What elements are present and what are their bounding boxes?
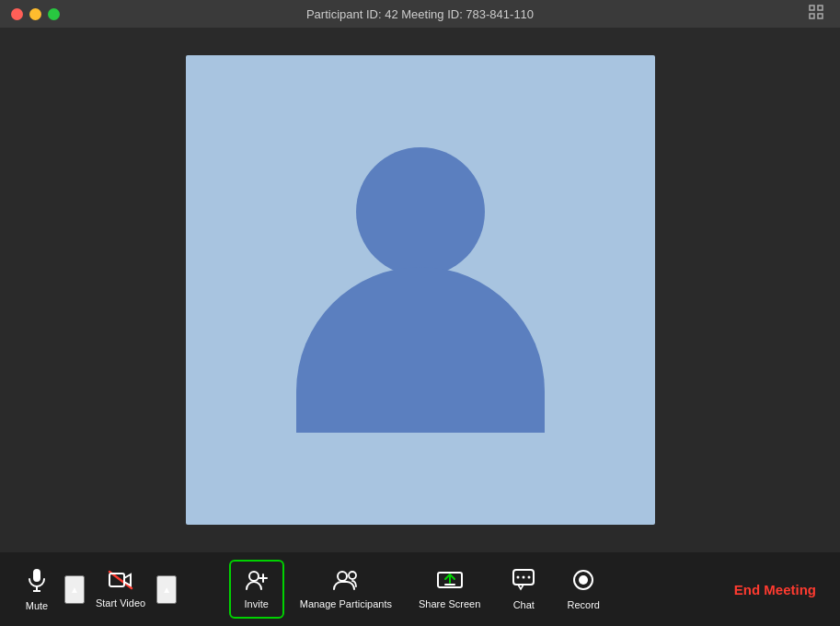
svg-rect-1 <box>818 6 823 10</box>
caret-up-icon: ▲ <box>70 585 79 595</box>
manage-participants-button[interactable]: Manage Participants <box>289 562 403 617</box>
chat-icon <box>512 568 535 596</box>
main-content <box>0 28 840 552</box>
chat-button[interactable]: Chat <box>496 561 551 618</box>
caret-up-icon-video: ▲ <box>162 585 171 595</box>
share-screen-icon <box>436 569 464 595</box>
svg-rect-3 <box>818 14 823 18</box>
svg-point-18 <box>517 576 520 579</box>
svg-point-13 <box>349 572 356 579</box>
video-group: Start Video ▲ <box>85 562 177 616</box>
manage-participants-label: Manage Participants <box>300 598 392 609</box>
mute-group: Mute ▲ <box>9 560 85 619</box>
maximize-button[interactable] <box>48 8 60 20</box>
start-video-label: Start Video <box>96 597 145 609</box>
mute-caret-button[interactable]: ▲ <box>64 575 85 604</box>
toolbar-right: End Meeting <box>626 574 831 605</box>
start-video-button[interactable]: Start Video <box>85 562 156 616</box>
svg-point-12 <box>338 572 347 581</box>
mute-button[interactable]: Mute <box>9 560 64 619</box>
toolbar-left: Mute ▲ Start Video ▲ <box>9 560 214 619</box>
avatar-body <box>296 267 545 433</box>
svg-rect-4 <box>33 569 40 582</box>
fullscreen-icon <box>808 4 824 24</box>
record-button[interactable]: Record <box>556 561 611 618</box>
share-screen-label: Share Screen <box>419 598 480 609</box>
participants-icon <box>332 569 360 595</box>
invite-label: Invite <box>245 598 269 609</box>
end-meeting-button[interactable]: End Meeting <box>719 574 831 605</box>
chat-label: Chat <box>513 599 535 610</box>
minimize-button[interactable] <box>29 8 41 20</box>
svg-point-20 <box>528 576 531 579</box>
toolbar-center: Invite Manage Participants <box>214 560 626 619</box>
meeting-title: Participant ID: 42 Meeting ID: 783-841-1… <box>306 7 534 21</box>
mute-label: Mute <box>26 600 48 611</box>
participant-video <box>186 55 655 525</box>
svg-point-22 <box>579 575 588 585</box>
svg-point-9 <box>249 572 259 581</box>
svg-rect-2 <box>810 14 814 18</box>
avatar-silhouette <box>296 147 545 433</box>
toolbar: Mute ▲ Start Video ▲ <box>0 552 840 626</box>
avatar-head <box>356 147 485 276</box>
svg-rect-0 <box>810 6 814 10</box>
window-controls <box>11 8 60 20</box>
invite-button[interactable]: Invite <box>229 560 284 619</box>
title-bar: Participant ID: 42 Meeting ID: 783-841-1… <box>0 0 840 28</box>
record-label: Record <box>568 599 600 610</box>
svg-point-19 <box>523 576 525 579</box>
close-button[interactable] <box>11 8 23 20</box>
fullscreen-button[interactable] <box>803 4 829 24</box>
mic-icon <box>26 567 48 597</box>
video-icon <box>108 570 133 594</box>
share-screen-button[interactable]: Share Screen <box>408 562 491 617</box>
invite-icon <box>245 569 269 595</box>
record-icon <box>571 568 595 596</box>
video-caret-button[interactable]: ▲ <box>156 575 177 604</box>
